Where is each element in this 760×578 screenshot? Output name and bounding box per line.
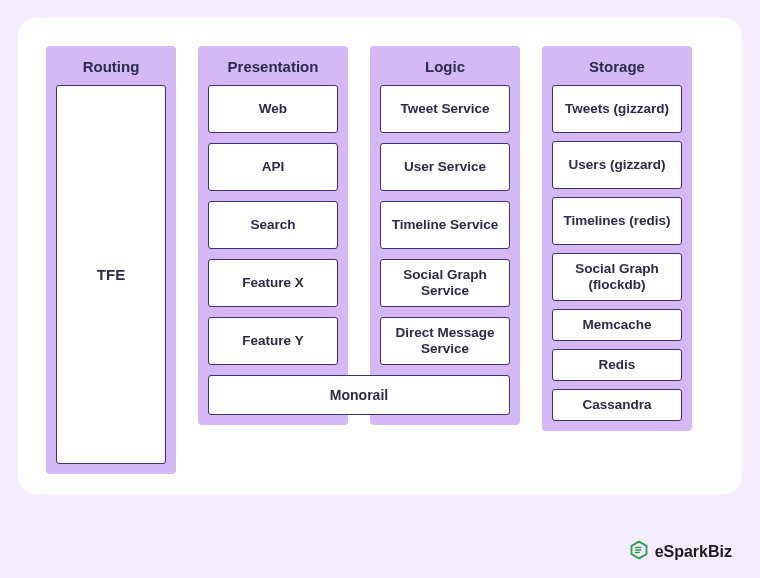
box-search: Search <box>208 201 338 249</box>
box-web: Web <box>208 85 338 133</box>
storage-group-1: Tweets (gizzard) Users (gizzard) Timelin… <box>552 85 682 301</box>
box-redis: Redis <box>552 349 682 381</box>
box-timelines-redis: Timelines (redis) <box>552 197 682 245</box>
column-logic: Logic Tweet Service User Service Timelin… <box>370 46 520 425</box>
brand-name: eSparkBiz <box>655 543 732 561</box>
box-tweet-service: Tweet Service <box>380 85 510 133</box>
box-social-graph-service: Social Graph Service <box>380 259 510 307</box>
box-social-graph-flockdb: Social Graph (flockdb) <box>552 253 682 301</box>
box-direct-message-service: Direct Message Service <box>380 317 510 365</box>
column-routing: Routing TFE <box>46 46 176 474</box>
diagram-panel: Routing TFE Presentation Web API Search … <box>18 18 742 494</box>
column-storage: Storage Tweets (gizzard) Users (gizzard)… <box>542 46 692 431</box>
box-api: API <box>208 143 338 191</box>
box-memcache: Memcache <box>552 309 682 341</box>
columns-wrapper: Routing TFE Presentation Web API Search … <box>46 46 714 474</box>
column-header-presentation: Presentation <box>208 46 338 85</box>
box-feature-y: Feature Y <box>208 317 338 365</box>
box-monorail: Monorail <box>208 375 510 415</box>
column-presentation: Presentation Web API Search Feature X Fe… <box>198 46 348 425</box>
box-tfe: TFE <box>56 85 166 464</box>
column-header-routing: Routing <box>56 46 166 85</box>
column-header-logic: Logic <box>380 46 510 85</box>
box-users-gizzard: Users (gizzard) <box>552 141 682 189</box>
box-user-service: User Service <box>380 143 510 191</box>
box-tweets-gizzard: Tweets (gizzard) <box>552 85 682 133</box>
branding-footer: eSparkBiz <box>629 540 732 564</box>
box-cassandra: Cassandra <box>552 389 682 421</box>
box-feature-x: Feature X <box>208 259 338 307</box>
brand-logo-icon <box>629 540 649 564</box>
box-timeline-service: Timeline Service <box>380 201 510 249</box>
storage-group-2: Memcache Redis Cassandra <box>552 309 682 421</box>
column-header-storage: Storage <box>552 46 682 85</box>
